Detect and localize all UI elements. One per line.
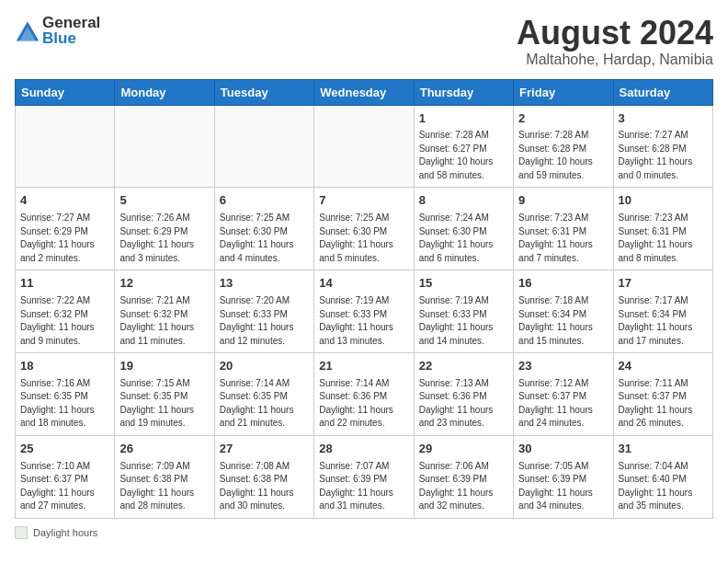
day-number: 3	[619, 110, 708, 128]
day-header-sunday: Sunday	[16, 79, 115, 105]
day-cell: 2Sunrise: 7:28 AM Sunset: 6:28 PM Daylig…	[514, 105, 613, 188]
day-cell: 24Sunrise: 7:11 AM Sunset: 6:37 PM Dayli…	[613, 353, 712, 436]
day-cell: 30Sunrise: 7:05 AM Sunset: 6:39 PM Dayli…	[514, 435, 613, 518]
day-number: 31	[619, 441, 708, 458]
day-number: 9	[518, 192, 608, 210]
day-cell: 20Sunrise: 7:14 AM Sunset: 6:35 PM Dayli…	[214, 353, 313, 436]
day-number: 28	[319, 441, 408, 458]
day-number: 4	[20, 192, 109, 210]
day-info: Sunrise: 7:05 AM Sunset: 6:39 PM Dayligh…	[518, 460, 608, 513]
calendar-header: SundayMondayTuesdayWednesdayThursdayFrid…	[16, 79, 713, 105]
day-cell: 21Sunrise: 7:14 AM Sunset: 6:36 PM Dayli…	[314, 353, 414, 436]
day-number: 14	[319, 275, 408, 293]
day-cell: 1Sunrise: 7:28 AM Sunset: 6:27 PM Daylig…	[414, 105, 513, 188]
day-number: 11	[20, 275, 109, 293]
footer: Daylight hours	[15, 526, 713, 539]
header: General Blue August 2024 Maltahohe, Hard…	[15, 15, 713, 68]
day-header-thursday: Thursday	[414, 79, 513, 105]
day-cell: 10Sunrise: 7:23 AM Sunset: 6:31 PM Dayli…	[613, 188, 712, 270]
day-info: Sunrise: 7:23 AM Sunset: 6:31 PM Dayligh…	[518, 212, 608, 265]
day-cell: 12Sunrise: 7:21 AM Sunset: 6:32 PM Dayli…	[115, 270, 214, 353]
day-info: Sunrise: 7:10 AM Sunset: 6:37 PM Dayligh…	[20, 460, 109, 513]
day-cell: 16Sunrise: 7:18 AM Sunset: 6:34 PM Dayli…	[514, 270, 613, 353]
main-title: August 2024	[517, 15, 713, 52]
day-cell: 17Sunrise: 7:17 AM Sunset: 6:34 PM Dayli…	[613, 270, 712, 353]
day-info: Sunrise: 7:06 AM Sunset: 6:39 PM Dayligh…	[419, 460, 508, 513]
day-cell: 3Sunrise: 7:27 AM Sunset: 6:28 PM Daylig…	[613, 105, 712, 188]
day-info: Sunrise: 7:27 AM Sunset: 6:29 PM Dayligh…	[20, 212, 109, 265]
week-row-1: 1Sunrise: 7:28 AM Sunset: 6:27 PM Daylig…	[16, 105, 713, 188]
day-cell: 27Sunrise: 7:08 AM Sunset: 6:38 PM Dayli…	[214, 435, 313, 518]
day-info: Sunrise: 7:19 AM Sunset: 6:33 PM Dayligh…	[319, 294, 408, 348]
day-cell: 7Sunrise: 7:25 AM Sunset: 6:30 PM Daylig…	[314, 188, 414, 270]
day-info: Sunrise: 7:22 AM Sunset: 6:32 PM Dayligh…	[20, 294, 109, 348]
day-number: 2	[518, 110, 608, 128]
day-info: Sunrise: 7:11 AM Sunset: 6:37 PM Dayligh…	[619, 377, 708, 431]
day-number: 30	[518, 441, 608, 458]
day-number: 29	[419, 441, 508, 458]
day-number: 21	[319, 358, 408, 375]
day-info: Sunrise: 7:21 AM Sunset: 6:32 PM Dayligh…	[119, 294, 209, 348]
day-info: Sunrise: 7:13 AM Sunset: 6:36 PM Dayligh…	[419, 377, 508, 431]
day-info: Sunrise: 7:28 AM Sunset: 6:27 PM Dayligh…	[419, 129, 508, 182]
day-info: Sunrise: 7:27 AM Sunset: 6:28 PM Dayligh…	[619, 129, 708, 182]
day-info: Sunrise: 7:28 AM Sunset: 6:28 PM Dayligh…	[518, 129, 608, 182]
day-cell: 23Sunrise: 7:12 AM Sunset: 6:37 PM Dayli…	[514, 353, 613, 436]
day-number: 20	[220, 358, 309, 375]
day-cell: 6Sunrise: 7:25 AM Sunset: 6:30 PM Daylig…	[214, 188, 313, 270]
day-number: 8	[419, 192, 508, 210]
day-number: 12	[119, 275, 209, 293]
day-info: Sunrise: 7:04 AM Sunset: 6:40 PM Dayligh…	[619, 460, 708, 513]
day-info: Sunrise: 7:19 AM Sunset: 6:33 PM Dayligh…	[419, 294, 508, 348]
day-number: 19	[119, 358, 209, 375]
day-cell: 29Sunrise: 7:06 AM Sunset: 6:39 PM Dayli…	[414, 435, 513, 518]
day-cell: 4Sunrise: 7:27 AM Sunset: 6:29 PM Daylig…	[16, 188, 115, 270]
day-number: 16	[518, 275, 608, 293]
day-cell	[16, 105, 115, 188]
day-number: 24	[619, 358, 708, 375]
day-info: Sunrise: 7:25 AM Sunset: 6:30 PM Dayligh…	[220, 212, 309, 265]
day-info: Sunrise: 7:12 AM Sunset: 6:37 PM Dayligh…	[518, 377, 608, 431]
day-cell: 26Sunrise: 7:09 AM Sunset: 6:38 PM Dayli…	[115, 435, 214, 518]
day-info: Sunrise: 7:14 AM Sunset: 6:35 PM Dayligh…	[220, 377, 309, 431]
logo-blue: Blue	[42, 30, 100, 48]
sub-title: Maltahohe, Hardap, Namibia	[517, 52, 713, 68]
day-header-friday: Friday	[514, 79, 613, 105]
day-info: Sunrise: 7:25 AM Sunset: 6:30 PM Dayligh…	[319, 212, 408, 265]
day-number: 22	[419, 358, 508, 375]
day-cell: 14Sunrise: 7:19 AM Sunset: 6:33 PM Dayli…	[314, 270, 414, 353]
week-row-5: 25Sunrise: 7:10 AM Sunset: 6:37 PM Dayli…	[16, 435, 713, 518]
day-number: 6	[220, 192, 309, 210]
day-cell: 28Sunrise: 7:07 AM Sunset: 6:39 PM Dayli…	[314, 435, 414, 518]
day-info: Sunrise: 7:17 AM Sunset: 6:34 PM Dayligh…	[619, 294, 708, 348]
day-cell: 25Sunrise: 7:10 AM Sunset: 6:37 PM Dayli…	[16, 435, 115, 518]
day-info: Sunrise: 7:15 AM Sunset: 6:35 PM Dayligh…	[119, 377, 209, 431]
day-cell	[214, 105, 313, 188]
day-cell: 15Sunrise: 7:19 AM Sunset: 6:33 PM Dayli…	[414, 270, 513, 353]
day-info: Sunrise: 7:23 AM Sunset: 6:31 PM Dayligh…	[619, 212, 708, 265]
day-info: Sunrise: 7:20 AM Sunset: 6:33 PM Dayligh…	[220, 294, 309, 348]
day-number: 15	[419, 275, 508, 293]
day-info: Sunrise: 7:18 AM Sunset: 6:34 PM Dayligh…	[518, 294, 608, 348]
day-cell: 13Sunrise: 7:20 AM Sunset: 6:33 PM Dayli…	[214, 270, 313, 353]
day-number: 27	[220, 441, 309, 458]
day-info: Sunrise: 7:07 AM Sunset: 6:39 PM Dayligh…	[319, 460, 408, 513]
day-number: 7	[319, 192, 408, 210]
day-number: 17	[619, 275, 708, 293]
day-info: Sunrise: 7:24 AM Sunset: 6:30 PM Dayligh…	[419, 212, 508, 265]
daylight-label: Daylight hours	[33, 527, 97, 538]
title-area: August 2024 Maltahohe, Hardap, Namibia	[517, 15, 713, 68]
day-number: 18	[20, 358, 109, 375]
day-cell: 19Sunrise: 7:15 AM Sunset: 6:35 PM Dayli…	[115, 353, 214, 436]
day-number: 5	[119, 192, 209, 210]
calendar-table: SundayMondayTuesdayWednesdayThursdayFrid…	[15, 79, 713, 519]
day-number: 10	[619, 192, 708, 210]
day-cell: 9Sunrise: 7:23 AM Sunset: 6:31 PM Daylig…	[514, 188, 613, 270]
week-row-3: 11Sunrise: 7:22 AM Sunset: 6:32 PM Dayli…	[16, 270, 713, 353]
day-cell: 31Sunrise: 7:04 AM Sunset: 6:40 PM Dayli…	[613, 435, 712, 518]
day-cell: 11Sunrise: 7:22 AM Sunset: 6:32 PM Dayli…	[16, 270, 115, 353]
day-cell: 22Sunrise: 7:13 AM Sunset: 6:36 PM Dayli…	[414, 353, 513, 436]
day-number: 26	[119, 441, 209, 458]
day-cell: 5Sunrise: 7:26 AM Sunset: 6:29 PM Daylig…	[115, 188, 214, 270]
week-row-2: 4Sunrise: 7:27 AM Sunset: 6:29 PM Daylig…	[16, 188, 713, 270]
